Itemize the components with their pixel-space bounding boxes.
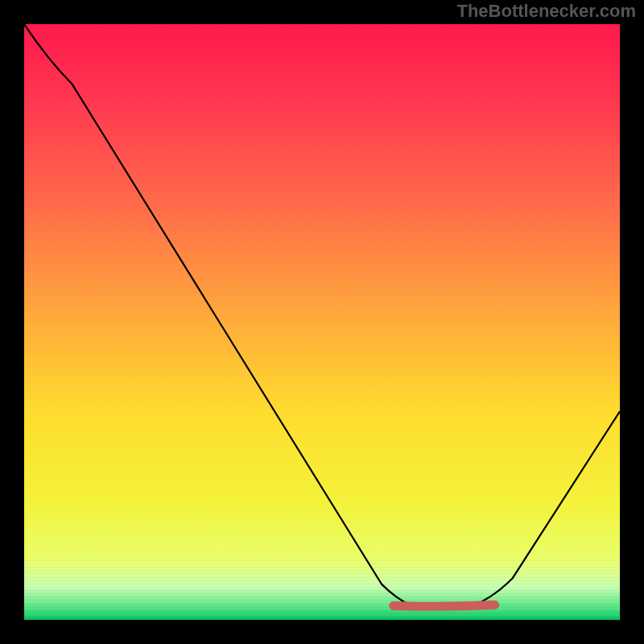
svg-rect-5 [24,567,620,568]
svg-rect-1 [24,560,620,561]
bottom-banding [24,560,620,620]
svg-rect-23 [24,597,620,597]
svg-rect-7 [24,570,620,571]
plot-area [24,24,620,620]
svg-rect-29 [24,607,620,608]
gradient-background [24,24,620,620]
svg-rect-25 [24,600,620,601]
svg-rect-11 [24,577,620,578]
svg-rect-9 [24,573,620,574]
svg-rect-35 [24,617,620,617]
svg-rect-13 [24,580,620,581]
svg-rect-33 [24,613,620,614]
svg-rect-31 [24,610,620,611]
svg-rect-3 [24,564,620,564]
svg-rect-19 [24,590,620,591]
svg-rect-21 [24,593,620,594]
chart-frame: TheBottlenecker.com [0,0,644,644]
svg-rect-27 [24,603,620,604]
svg-rect-17 [24,587,620,588]
svg-rect-15 [24,584,620,584]
bottleneck-curve-chart [24,24,620,620]
flat-highlight-segment [394,605,495,607]
watermark-text: TheBottlenecker.com [456,1,636,22]
